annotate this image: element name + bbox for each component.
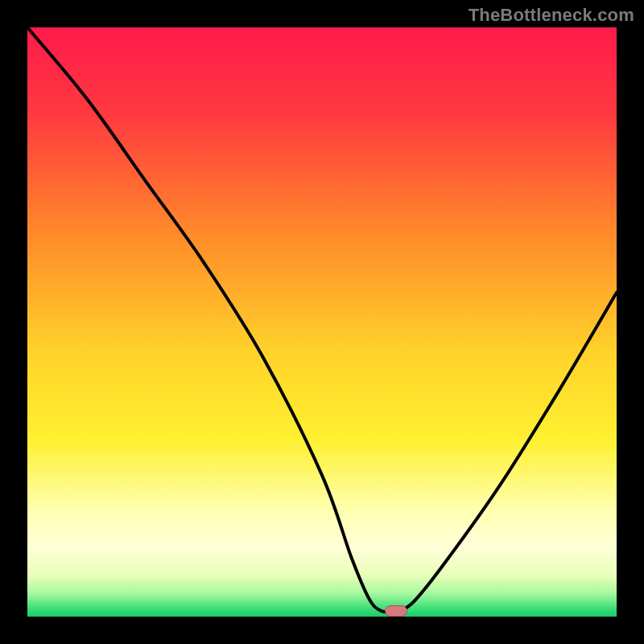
plot-area: [27, 27, 617, 617]
watermark-text: TheBottleneck.com: [469, 5, 634, 26]
optimal-marker: [385, 605, 407, 617]
bottleneck-curve: [27, 27, 617, 617]
chart-frame: TheBottleneck.com: [0, 0, 644, 644]
